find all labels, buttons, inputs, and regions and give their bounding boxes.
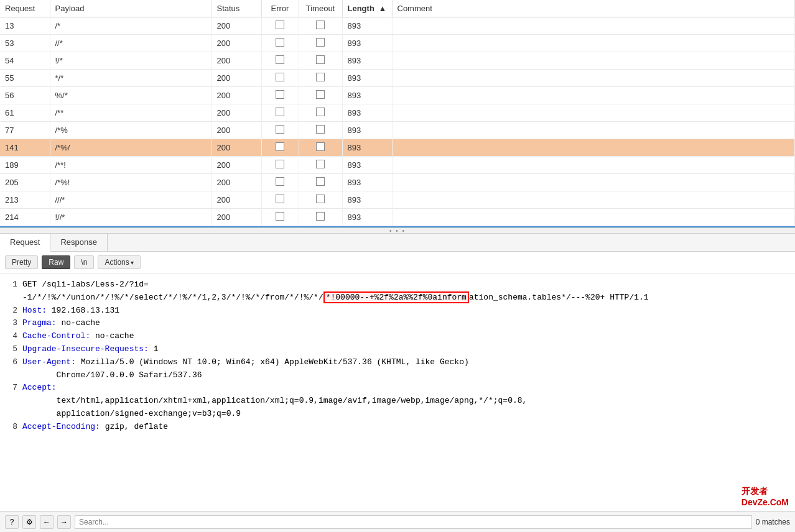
timeout-checkbox[interactable] (316, 90, 325, 99)
back-button[interactable]: ← (40, 515, 53, 529)
cell-request: 61 (0, 104, 50, 122)
table-row[interactable]: 55*/*200893 (0, 70, 795, 87)
cell-timeout[interactable] (299, 52, 342, 70)
cell-error[interactable] (261, 209, 299, 226)
timeout-checkbox[interactable] (316, 142, 325, 151)
error-checkbox[interactable] (276, 90, 284, 99)
col-header-status[interactable]: Status (212, 0, 261, 17)
cell-comment (392, 104, 795, 122)
cell-comment (392, 17, 795, 35)
cell-error[interactable] (261, 122, 299, 139)
request-line-1: 1 GET /sqli-labs/Less-2/?id=-1/*/!%/*/un… (7, 278, 788, 305)
timeout-checkbox[interactable] (316, 108, 325, 116)
error-checkbox[interactable] (276, 177, 284, 186)
cell-error[interactable] (261, 87, 299, 104)
table-row[interactable]: 214!//*200893 (0, 209, 795, 226)
tab-request[interactable]: Request (0, 234, 50, 252)
forward-button[interactable]: → (57, 515, 71, 529)
cell-error[interactable] (261, 104, 299, 122)
cell-payload: %/* (50, 87, 212, 104)
request-toolbar: Pretty Raw \n Actions ▾ (0, 252, 795, 273)
settings-button[interactable]: ⚙ (22, 515, 36, 529)
search-input[interactable] (75, 515, 752, 529)
cell-error[interactable] (261, 139, 299, 157)
newline-button[interactable]: \n (74, 255, 94, 269)
cell-error[interactable] (261, 174, 299, 191)
col-header-error[interactable]: Error (261, 0, 299, 17)
table-row[interactable]: 61/**200893 (0, 104, 795, 122)
col-header-length[interactable]: Length ▲ (342, 0, 392, 17)
resize-handle[interactable]: • • • (0, 227, 795, 234)
cell-status: 200 (212, 191, 261, 209)
tab-response[interactable]: Response (50, 234, 108, 251)
cell-error[interactable] (261, 17, 299, 35)
timeout-checkbox[interactable] (316, 38, 325, 47)
table-row[interactable]: 77/*%200893 (0, 122, 795, 139)
timeout-checkbox[interactable] (316, 125, 325, 134)
actions-dropdown-arrow-icon: ▾ (131, 259, 134, 266)
cell-timeout[interactable] (299, 70, 342, 87)
error-checkbox[interactable] (276, 142, 284, 151)
col-header-comment[interactable]: Comment (392, 0, 795, 17)
cell-length: 893 (342, 52, 392, 70)
cell-request: 56 (0, 87, 50, 104)
cell-timeout[interactable] (299, 157, 342, 174)
timeout-checkbox[interactable] (316, 177, 325, 186)
cell-length: 893 (342, 70, 392, 87)
cell-timeout[interactable] (299, 17, 342, 35)
error-checkbox[interactable] (276, 125, 284, 134)
error-checkbox[interactable] (276, 38, 284, 47)
actions-button[interactable]: Actions ▾ (98, 255, 140, 269)
error-checkbox[interactable] (276, 73, 284, 81)
error-checkbox[interactable] (276, 21, 284, 29)
cell-request: 77 (0, 122, 50, 139)
timeout-checkbox[interactable] (316, 195, 325, 203)
table-row[interactable]: 53//*200893 (0, 35, 795, 52)
cell-length: 893 (342, 104, 392, 122)
col-header-request[interactable]: Request (0, 0, 50, 17)
cell-timeout[interactable] (299, 191, 342, 209)
timeout-checkbox[interactable] (316, 212, 325, 221)
error-checkbox[interactable] (276, 55, 284, 64)
col-header-payload[interactable]: Payload (50, 0, 212, 17)
cell-timeout[interactable] (299, 104, 342, 122)
cell-timeout[interactable] (299, 35, 342, 52)
help-button[interactable]: ? (5, 515, 19, 529)
cell-timeout[interactable] (299, 139, 342, 157)
request-line-6: 6 User-Agent: Mozilla/5.0 (Windows NT 10… (7, 356, 788, 382)
cell-timeout[interactable] (299, 87, 342, 104)
timeout-checkbox[interactable] (316, 21, 325, 29)
table-row[interactable]: 56%/*200893 (0, 87, 795, 104)
cell-error[interactable] (261, 191, 299, 209)
error-checkbox[interactable] (276, 195, 284, 203)
raw-button[interactable]: Raw (42, 255, 70, 269)
cell-payload: !/* (50, 52, 212, 70)
timeout-checkbox[interactable] (316, 73, 325, 81)
cell-comment (392, 157, 795, 174)
cell-timeout[interactable] (299, 122, 342, 139)
error-checkbox[interactable] (276, 212, 284, 221)
error-checkbox[interactable] (276, 108, 284, 116)
cell-status: 200 (212, 209, 261, 226)
col-header-timeout[interactable]: Timeout (299, 0, 342, 17)
cell-timeout[interactable] (299, 209, 342, 226)
cell-error[interactable] (261, 157, 299, 174)
table-row[interactable]: 213///*200893 (0, 191, 795, 209)
table-row[interactable]: 205/*%!200893 (0, 174, 795, 191)
cell-error[interactable] (261, 70, 299, 87)
table-row[interactable]: 54!/*200893 (0, 52, 795, 70)
cell-error[interactable] (261, 52, 299, 70)
table-row[interactable]: 189/**!200893 (0, 157, 795, 174)
error-checkbox[interactable] (276, 160, 284, 168)
cell-timeout[interactable] (299, 174, 342, 191)
cell-error[interactable] (261, 35, 299, 52)
cell-request: 53 (0, 35, 50, 52)
bottom-bar: ? ⚙ ← → 0 matches (0, 511, 795, 532)
cell-comment (392, 87, 795, 104)
table-row[interactable]: 141/*%/200893 (0, 139, 795, 157)
pretty-button[interactable]: Pretty (5, 255, 38, 269)
timeout-checkbox[interactable] (316, 160, 325, 168)
cell-length: 893 (342, 209, 392, 226)
timeout-checkbox[interactable] (316, 55, 325, 64)
table-row[interactable]: 13/*200893 (0, 17, 795, 35)
